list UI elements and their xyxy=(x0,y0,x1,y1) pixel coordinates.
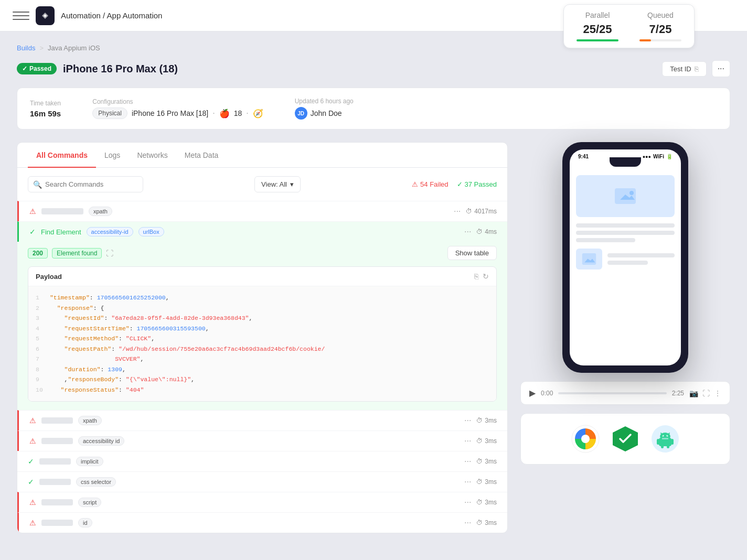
cmd-more-4[interactable]: ··· xyxy=(464,436,471,446)
tab-all-commands[interactable]: All Commands xyxy=(28,143,96,168)
phone-lines-1 xyxy=(576,223,675,242)
clock-icon-3: ⏱ xyxy=(476,417,483,424)
more-options-button[interactable]: ··· xyxy=(712,60,730,77)
command-row-4[interactable]: ⚠ accessibility id ··· ⏱ 3ms xyxy=(17,430,507,451)
command-row-8[interactable]: ⚠ id ··· ⏱ 3ms xyxy=(17,512,507,533)
clock-icon-6: ⏱ xyxy=(476,478,483,486)
time-taken-value: 16m 59s xyxy=(30,109,61,118)
cmd-tag-6: css selector xyxy=(76,477,116,487)
parallel-status: Parallel 25/25 xyxy=(577,11,618,41)
clock-icon-1: ⏱ xyxy=(466,208,472,215)
logo-icon xyxy=(36,6,55,25)
main-content: Builds > Java Appium iOS ✓ Passed iPhone… xyxy=(0,31,747,560)
cmd-time-6: ⏱ 3ms xyxy=(476,478,497,486)
cmd-more-6[interactable]: ··· xyxy=(464,477,471,487)
cmd-more-1[interactable]: ··· xyxy=(454,207,461,216)
cmd-tag-8: id xyxy=(78,518,92,527)
clock-icon-5: ⏱ xyxy=(476,458,483,465)
configurations-item: Configurations Physical iPhone 16 Pro Ma… xyxy=(92,98,263,119)
cmd-more-7[interactable]: ··· xyxy=(464,498,471,507)
ios-version: 18 xyxy=(234,109,242,117)
command-row-7[interactable]: ⚠ script ··· ⏱ 3ms xyxy=(17,492,507,512)
cmd-redacted-3 xyxy=(41,417,73,424)
cmd-name-2: Find Element xyxy=(41,228,81,236)
config-sep: · xyxy=(212,109,215,118)
phone-screen: 9:41 ●●● WiFi 🔋 xyxy=(570,149,681,365)
queued-progress xyxy=(639,39,681,41)
svg-rect-11 xyxy=(671,439,674,445)
cmd-time-1: ⏱ 4017ms xyxy=(466,208,497,215)
tab-logs[interactable]: Logs xyxy=(96,143,129,168)
phone-time: 9:41 xyxy=(578,154,589,159)
cmd-tag-xpath-1: xpath xyxy=(89,207,112,216)
page-title: iPhone 16 Pro Max (18) xyxy=(63,63,178,75)
command-row-3[interactable]: ⚠ xpath ··· ⏱ 3ms xyxy=(17,410,507,430)
phone-frame: 9:41 ●●● WiFi 🔋 xyxy=(562,142,688,373)
command-row-1[interactable]: ⚠ xpath ··· ⏱ 4017ms xyxy=(17,201,507,221)
search-wrap: 🔍 xyxy=(28,176,143,192)
badge-200: 200 xyxy=(28,248,48,259)
copy-icon: ⎘ xyxy=(695,65,699,73)
cmd-redacted-5 xyxy=(39,458,71,465)
phone-status-icons: ●●● WiFi 🔋 xyxy=(643,154,673,159)
command-row-2[interactable]: ✓ Find Element accessibility-id urlBox ·… xyxy=(17,221,507,242)
ellipsis-icon: ··· xyxy=(718,64,724,73)
updated-user: JD John Doe xyxy=(295,107,354,120)
phone-container: 9:41 ●●● WiFi 🔋 xyxy=(520,142,730,373)
meta-info: Time taken 16m 59s Configurations Physic… xyxy=(17,88,730,130)
tab-meta-data[interactable]: Meta Data xyxy=(176,143,227,168)
video-progress[interactable] xyxy=(558,392,666,394)
phone-notch xyxy=(610,157,641,167)
right-panel: 9:41 ●●● WiFi 🔋 xyxy=(520,142,730,533)
video-start: 0:00 xyxy=(541,390,553,397)
element-badges: 200 Element found ⛶ Show table xyxy=(28,242,497,260)
video-more-icon[interactable]: ⋮ xyxy=(714,389,721,397)
copy-payload-button[interactable]: ⎘ xyxy=(474,272,478,281)
view-label: View: All xyxy=(261,180,287,188)
config-badges: Physical iPhone 16 Pro Max [18] · 🍎 18 ·… xyxy=(92,107,263,119)
failed-count: 54 Failed xyxy=(420,180,448,188)
cmd-tag-urlbox: urlBox xyxy=(138,227,164,236)
check-icon: ✓ xyxy=(22,65,27,72)
queued-label: Queued xyxy=(647,11,674,19)
phone-line-1 xyxy=(576,223,675,228)
phone-lines-2 xyxy=(607,253,675,265)
play-button[interactable]: ▶ xyxy=(529,388,536,398)
physical-badge: Physical xyxy=(92,107,127,119)
cmd-tag-7: script xyxy=(78,498,101,507)
camera-icon[interactable]: 📷 xyxy=(689,389,698,397)
parallel-label: Parallel xyxy=(585,11,610,19)
svg-rect-10 xyxy=(657,439,659,445)
two-col-layout: All Commands Logs Networks Meta Data 🔍 V… xyxy=(17,142,730,533)
svg-rect-19 xyxy=(662,438,668,439)
payload-code: 1 "timestamp": 1705665601625252000, 2 "r… xyxy=(28,286,496,401)
left-panel: All Commands Logs Networks Meta Data 🔍 V… xyxy=(17,142,508,533)
tabs: All Commands Logs Networks Meta Data xyxy=(17,143,507,168)
cmd-more-2[interactable]: ··· xyxy=(464,227,471,236)
test-id-button[interactable]: Test ID ⎘ xyxy=(662,61,706,77)
expand-icon[interactable]: ⛶ xyxy=(106,249,113,257)
user-name: John Doe xyxy=(311,109,342,117)
view-select-button[interactable]: View: All ▾ xyxy=(254,176,301,192)
video-icons: 📷 ⛶ ⋮ xyxy=(689,389,721,397)
success-icon-2: ✓ xyxy=(29,228,36,236)
fullscreen-icon[interactable]: ⛶ xyxy=(702,389,710,397)
show-table-button[interactable]: Show table xyxy=(447,246,497,260)
menu-icon[interactable] xyxy=(13,7,29,24)
cmd-more-5[interactable]: ··· xyxy=(464,457,471,466)
command-row-6[interactable]: ✓ css selector ··· ⏱ 3ms xyxy=(17,471,507,492)
cmd-more-8[interactable]: ··· xyxy=(464,518,471,527)
phone-line-3 xyxy=(576,238,635,242)
tab-networks[interactable]: Networks xyxy=(129,143,176,168)
breadcrumb-current: Java Appium iOS xyxy=(48,44,100,52)
cmd-time-3: ⏱ 3ms xyxy=(476,417,497,424)
commands-panel: All Commands Logs Networks Meta Data 🔍 V… xyxy=(17,142,508,533)
search-input[interactable] xyxy=(28,176,143,192)
filter-stats: ⚠ 54 Failed ✓ 37 Passed xyxy=(412,180,497,188)
breadcrumb-builds[interactable]: Builds xyxy=(17,44,35,52)
cmd-more-3[interactable]: ··· xyxy=(464,416,471,425)
command-row-5[interactable]: ✓ implicit ··· ⏱ 3ms xyxy=(17,451,507,471)
refresh-payload-button[interactable]: ↻ xyxy=(483,272,489,281)
queued-value: 7/25 xyxy=(649,23,672,36)
pinwheel-icon xyxy=(571,424,600,454)
